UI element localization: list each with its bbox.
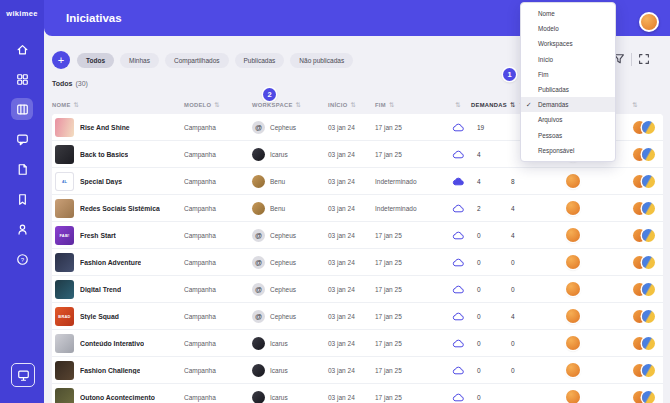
initiative-name: Conteúdo Interativo [80,340,144,347]
column-menu-item-workspaces[interactable]: Workspaces [521,36,615,51]
table-row[interactable]: Redes Sociais SistêmicaCampanhaBenu03 ja… [52,195,663,222]
initiative-name-cell: Redes Sociais Sistêmica [52,195,184,221]
workspace-avatar [252,337,265,350]
column-header-demandas[interactable]: DEMANDAS⇅ [471,101,505,109]
sidebar-item-inbox[interactable] [11,128,33,150]
files-count: 4 [505,222,539,248]
workspace-name: Cepheus [270,232,296,239]
demands-count: 4 [471,141,505,167]
table-row[interactable]: BRADStyle SquadCampanha@Cepheus03 jan 24… [52,303,663,330]
workspace-avatar [252,391,265,403]
person-avatar [642,283,655,296]
initiative-name: Style Squad [80,313,119,320]
column-header-modelo[interactable]: MODELO⇅ [184,101,252,109]
end-date: Indeterminado [375,168,445,194]
model-cell: Campanha [184,141,252,167]
column-header-publicada[interactable]: ⇅ [445,101,471,109]
column-menu-item-publicadas[interactable]: Publicadas [521,82,615,97]
workspace-cell: Icarus [252,330,328,356]
sidebar-item-help[interactable]: ? [11,248,33,270]
expand-button[interactable] [638,52,650,66]
table-row[interactable]: 4LSpecial DaysCampanhaBenu03 jan 24Indet… [52,168,663,195]
column-label: MODELO [184,102,211,108]
column-menu-item-modelo[interactable]: Modelo [521,21,615,36]
add-initiative-button[interactable]: + [52,51,70,69]
table-row[interactable]: Conteúdo InterativoCampanhaIcarus03 jan … [52,330,663,357]
initiative-name: Fashion Adventure [80,259,141,266]
sidebar-item-dashboard[interactable] [11,68,33,90]
files-count [505,384,539,403]
sort-icon: ⇅ [296,101,302,109]
published-cloud-icon [452,231,464,240]
initiative-thumbnail [55,145,74,164]
published-cell [445,330,471,356]
table-row[interactable]: Outono AcontecimentoCampanhaIcarus03 jan… [52,384,663,403]
person-avatar [642,391,655,403]
initiative-thumbnail [55,388,74,403]
list-count: (30) [75,80,87,87]
sidebar-item-bookmarks[interactable] [11,188,33,210]
people-cell [607,384,663,403]
start-date: 03 jan 24 [328,276,375,302]
published-cell [445,303,471,329]
sidebar-item-initiatives[interactable] [11,98,33,120]
column-menu-item-fim[interactable]: Fim [521,67,615,82]
published-cloud-icon [452,366,464,375]
chip-n-o-publicadas[interactable]: Não publicadas [290,53,353,68]
table-row[interactable]: FAB!Fresh StartCampanha@Cepheus03 jan 24… [52,222,663,249]
table-row[interactable]: Fashion AdventureCampanha@Cepheus03 jan … [52,249,663,276]
model-cell: Campanha [184,222,252,248]
column-menu-item-nome[interactable]: Nome [521,6,615,21]
workspace-avatar [252,202,265,215]
initiative-name-cell: Digital Trend [52,276,184,302]
chip-minhas[interactable]: Minhas [120,53,159,68]
people-cell [607,303,663,329]
column-header-workspace[interactable]: WORKSPACE⇅ [252,101,328,109]
model-cell: Campanha [184,168,252,194]
person-avatar [642,229,655,242]
user-avatar[interactable] [639,12,659,32]
initiative-thumbnail: BRAD [55,307,74,326]
initiative-name-cell: 4LSpecial Days [52,168,184,194]
column-header-inicio[interactable]: INÍCIO⇅ [328,101,375,109]
column-menu-item-pessoas[interactable]: Pessoas [521,128,615,143]
column-menu-item-demandas[interactable]: ✓Demandas [521,97,615,112]
sidebar-item-documents[interactable] [11,158,33,180]
workspace-cell: Icarus [252,357,328,383]
table-row[interactable]: Digital TrendCampanha@Cepheus03 jan 2417… [52,276,663,303]
menu-item-label: Arquivos [538,116,563,123]
end-date: 17 jan 25 [375,276,445,302]
toolbar-divider [631,53,632,66]
demands-count: 0 [471,357,505,383]
workspace-avatar [252,148,265,161]
initiatives-icon [16,103,29,116]
end-date: 17 jan 25 [375,249,445,275]
column-header-nome[interactable]: NOME⇅ [52,101,184,109]
column-menu-item-arquivos[interactable]: Arquivos [521,112,615,127]
column-menu-item-in-cio[interactable]: Início [521,52,615,67]
demands-count: 0 [471,303,505,329]
sidebar-item-profile[interactable] [11,218,33,240]
chip-publicadas[interactable]: Publicadas [235,53,285,68]
sidebar-item-display[interactable] [11,363,35,387]
people-cell [607,276,663,302]
column-header-fim[interactable]: FIM⇅ [375,101,445,109]
workspace-avatar: @ [252,256,265,269]
start-date: 03 jan 24 [328,357,375,383]
chip-compartilhados[interactable]: Compartilhados [165,53,229,68]
initiative-name: Digital Trend [80,286,121,293]
column-menu-item-respons-vel[interactable]: Responsável [521,143,615,158]
demands-count: 2 [471,195,505,221]
responsible-cell [539,384,607,403]
sidebar-item-home[interactable] [11,38,33,60]
workspace-cell: @Cepheus [252,249,328,275]
table-row[interactable]: Fashion ChallengeCampanhaIcarus03 jan 24… [52,357,663,384]
responsible-cell [539,168,607,194]
person-avatar [642,148,655,161]
workspace-cell: @Cepheus [252,303,328,329]
chip-todos[interactable]: Todos [77,53,114,68]
responsible-avatar [566,390,580,403]
workspace-cell: @Cepheus [252,114,328,140]
end-date: 17 jan 25 [375,141,445,167]
end-date: Indeterminado [375,195,445,221]
